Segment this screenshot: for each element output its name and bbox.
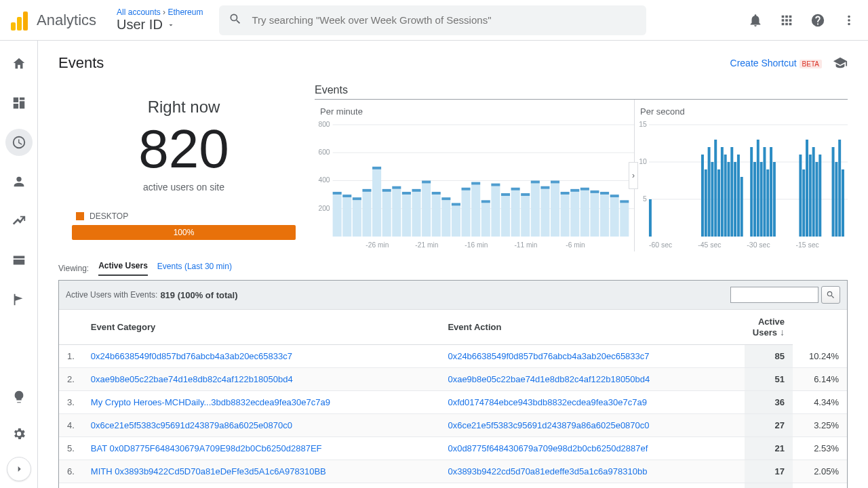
event-category[interactable]: My Crypto Heroes-MCHDaily...3bdb8832ecde… — [83, 391, 440, 414]
nav-customization[interactable] — [5, 89, 33, 117]
col-event-category[interactable]: Event Category — [83, 310, 440, 345]
svg-rect-52 — [551, 184, 559, 237]
help-icon[interactable] — [810, 12, 826, 28]
education-icon[interactable] — [833, 56, 848, 70]
svg-rect-56 — [570, 192, 579, 237]
svg-rect-9 — [333, 192, 342, 195]
table-row[interactable]: 7.0x36c4ee013d4df2acb5ab4d0d11f43773295f… — [59, 483, 847, 489]
svg-rect-44 — [511, 190, 520, 237]
event-action[interactable]: 0x0d8775f648430679a709e98d2b0cb6250d2887… — [439, 437, 744, 460]
event-category[interactable]: 0x36c4ee013d4df2acb5ab4d0d11f43773295f29… — [83, 483, 440, 489]
event-action[interactable]: 0x24b6638549f0d857bd76abcb4a3ab20ec65833… — [439, 345, 744, 368]
col-index — [59, 310, 83, 345]
row-index: 4. — [59, 414, 83, 437]
breadcrumb-accounts[interactable]: All accounts — [117, 7, 161, 17]
svg-text:200: 200 — [318, 205, 330, 212]
nav-realtime[interactable] — [5, 129, 33, 156]
svg-rect-79 — [649, 199, 652, 237]
active-users-with-events-label: Active Users with Events: — [66, 290, 157, 300]
svg-rect-19 — [382, 189, 391, 192]
svg-rect-105 — [812, 147, 815, 237]
active-users-count: 51 — [745, 368, 793, 391]
svg-rect-100 — [773, 162, 776, 237]
col-active-users[interactable]: Active Users↓ — [745, 310, 793, 345]
active-users-count: 17 — [745, 460, 793, 483]
nav-behavior[interactable] — [5, 247, 33, 274]
event-category[interactable]: 0xae9b8e05c22bae74d1e8db82c4af122b18050b… — [83, 368, 440, 391]
nav-audience[interactable] — [5, 168, 33, 195]
table-search-input[interactable] — [730, 287, 818, 303]
table-row[interactable]: 3.My Crypto Heroes-MCHDaily...3bdb8832ec… — [59, 391, 847, 414]
event-action[interactable]: 0x3893b9422cd5d70a81edeffe3d5a1c6a978310… — [439, 460, 744, 483]
table-row[interactable]: 5.BAT 0x0D8775F648430679A709E98d2b0Cb625… — [59, 437, 847, 460]
tab-events-30min[interactable]: Events (Last 30 min) — [157, 262, 232, 275]
tab-active-users[interactable]: Active Users — [98, 261, 148, 276]
svg-rect-88 — [727, 162, 730, 237]
svg-rect-99 — [770, 147, 772, 237]
active-users-pct: 4.34% — [793, 391, 847, 414]
table-row[interactable]: 4.0x6ce21e5f5383c95691d243879a86a6025e08… — [59, 414, 847, 437]
rightnow-panel: Right now 820 active users on site DESKT… — [58, 84, 309, 251]
breadcrumb-project[interactable]: Ethereum — [167, 7, 203, 17]
create-shortcut-link[interactable]: Create ShortcutBETA — [730, 58, 822, 68]
event-category[interactable]: MITH 0x3893b9422Cd5D70a81eDeFfe3d5A1c6A9… — [83, 460, 440, 483]
table-row[interactable]: 6.MITH 0x3893b9422Cd5D70a81eDeFfe3d5A1c6… — [59, 460, 847, 483]
svg-rect-54 — [561, 195, 570, 237]
svg-rect-37 — [471, 182, 480, 185]
svg-rect-49 — [531, 181, 540, 184]
svg-rect-60 — [590, 193, 599, 237]
svg-rect-43 — [501, 193, 510, 196]
svg-text:-60 sec: -60 sec — [649, 241, 672, 249]
svg-rect-47 — [521, 193, 530, 196]
event-category[interactable]: BAT 0x0D8775F648430679A709E98d2b0Cb6250d… — [83, 437, 440, 460]
account-picker[interactable]: All accounts › Ethereum User ID — [117, 7, 203, 33]
table-row[interactable]: 1.0x24b6638549f0d857bd76abcb4a3ab20ec658… — [59, 345, 847, 368]
svg-rect-65 — [610, 195, 619, 197]
nav-discover[interactable] — [5, 384, 33, 411]
event-action[interactable]: 0xfd0174784ebce943bdb8832ecdea9fea30e7c7… — [439, 391, 744, 414]
active-users-pct: 2.05% — [793, 460, 847, 483]
svg-rect-64 — [610, 197, 619, 237]
notifications-icon[interactable] — [747, 12, 764, 28]
event-category[interactable]: 0x6ce21e5f5383c95691d243879a86a6025e0870… — [83, 414, 440, 437]
svg-rect-22 — [402, 195, 411, 237]
active-users-count: 21 — [745, 437, 793, 460]
active-users-pct: 3.25% — [793, 414, 847, 437]
nav-acquisition[interactable] — [5, 207, 33, 235]
apps-icon[interactable] — [778, 12, 795, 28]
svg-rect-34 — [462, 190, 471, 237]
nav-home[interactable] — [5, 50, 33, 77]
row-index: 3. — [59, 391, 83, 414]
charts-title: Events — [315, 84, 848, 96]
more-vert-icon[interactable] — [841, 12, 857, 28]
col-event-action[interactable]: Event Action — [439, 310, 744, 345]
svg-rect-86 — [721, 147, 724, 237]
svg-rect-50 — [540, 189, 549, 237]
svg-rect-101 — [799, 155, 802, 237]
svg-rect-29 — [432, 192, 441, 195]
page-title: Events — [58, 54, 104, 72]
event-category[interactable]: 0x24b6638549f0d857bd76abcb4a3ab20ec65833… — [83, 345, 440, 368]
svg-rect-87 — [724, 155, 727, 237]
event-action[interactable]: 0x6ce21e5f5383c95691d243879a86a6025e0870… — [439, 414, 744, 437]
caret-down-icon — [167, 21, 175, 29]
table-search-button[interactable] — [821, 286, 840, 304]
event-action[interactable]: 0xae9b8e05c22bae74d1e8db82c4af122b18050b… — [439, 368, 744, 391]
svg-rect-27 — [422, 181, 431, 184]
svg-rect-89 — [730, 147, 733, 237]
logo: Analytics — [11, 10, 96, 30]
searchbar[interactable] — [219, 5, 646, 35]
svg-rect-21 — [392, 186, 401, 189]
table-row[interactable]: 2.0xae9b8e05c22bae74d1e8db82c4af122b1805… — [59, 368, 847, 391]
svg-text:-11 min: -11 min — [514, 241, 537, 249]
nav-expand-button[interactable] — [7, 457, 31, 481]
nav-admin[interactable] — [5, 420, 33, 447]
nav-conversions[interactable] — [5, 286, 33, 313]
svg-rect-67 — [620, 200, 629, 203]
svg-rect-103 — [806, 140, 808, 237]
svg-text:-30 sec: -30 sec — [747, 241, 770, 249]
event-action[interactable]: 0x36c4ee013d4df2acb5ab4d0d11f43773295f29… — [439, 483, 744, 489]
search-input[interactable] — [252, 14, 637, 26]
svg-rect-46 — [521, 196, 530, 237]
svg-rect-15 — [362, 189, 371, 192]
